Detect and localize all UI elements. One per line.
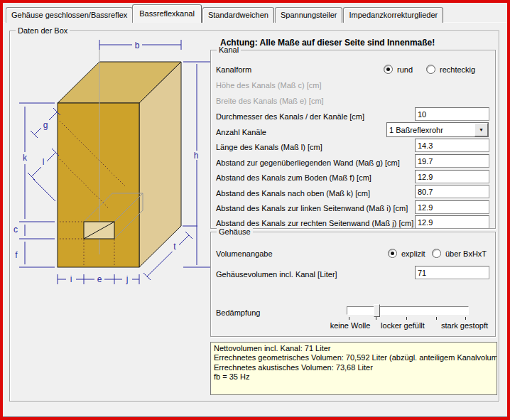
ergebnis-memo: Nettovolumen incl. Kanal: 71 Liter Errec… [210, 342, 497, 395]
slider-tick [465, 317, 466, 320]
box-diagram: b h g k l c f i e j t [3, 3, 223, 307]
kanal-group: Kanal Kanalform rund rechteckig Höhe des… [210, 50, 496, 229]
slider-label-keine-wolle: keine Wolle [330, 321, 371, 330]
abstand-j-input[interactable] [415, 215, 489, 229]
tab-standardweichen[interactable]: Standardweichen [202, 7, 274, 23]
slider-label-stark-gestopft: stark gestopft [441, 321, 488, 330]
dropdown-arrow-icon[interactable]: ▼ [474, 123, 488, 136]
dim-label-l: l [43, 157, 45, 167]
anzahl-kanaele-select[interactable]: 1 Baßreflexrohr ▼ [386, 122, 489, 137]
tab-gehaeuse-geschlossen-bassreflex[interactable]: Gehäuse geschlossen/Bassreflex [6, 7, 133, 23]
slider-tick [349, 317, 349, 320]
volumen-bxhxt-radio[interactable] [432, 249, 441, 258]
kanalform-rechteckig-label[interactable]: rechteckig [440, 65, 475, 75]
volumen-bxhxt-label[interactable]: über BxHxT [445, 249, 487, 259]
kanalform-rund-radio[interactable] [384, 65, 393, 74]
abstand-f-label: Abstand des Kanals zum Boden (Maß f) [cm… [216, 173, 371, 183]
dim-label-h: h [194, 151, 199, 161]
gehaeuse-group: Gehäuse Volumenangabe explizit über BxHx… [210, 232, 496, 337]
innenmasse-warning: Achtung: Alle Maße auf dieser Seite sind… [220, 38, 435, 48]
abstand-g-input[interactable] [415, 154, 489, 168]
slider-tick [436, 317, 437, 320]
slider-label-locker-gefuellt: locker gefüllt [381, 321, 425, 330]
dim-label-j: j [126, 274, 129, 284]
volumen-explizit-radio[interactable] [388, 249, 397, 258]
ergebnis-fb: fb = 35 Hz [214, 372, 494, 382]
tab-impedanzkorrekturglieder[interactable]: Impedanzkorrekturglieder [343, 7, 443, 23]
gehaeusevolumen-input[interactable] [415, 266, 489, 279]
dim-label-b: b [135, 41, 140, 50]
dim-label-c: c [13, 225, 18, 235]
anzahl-kanaele-label: Anzahl Kanäle [216, 127, 266, 137]
gehaeuse-group-title: Gehäuse [217, 227, 253, 236]
dim-label-e: e [97, 274, 102, 284]
durchmesser-label: Durchmesser des Kanals / der Kanäle [cm] [216, 112, 364, 122]
gehaeusevolumen-label: Gehäusevolumen incl. Kanal [Liter] [216, 269, 337, 279]
breite-label: Breite des Kanals (Maß e) [cm] [216, 96, 324, 106]
app-window: Gehäuse geschlossen/Bassreflex Bassrefle… [0, 0, 510, 420]
tab-bar: Gehäuse geschlossen/Bassreflex Bassrefle… [6, 4, 444, 23]
abstand-g-label: Abstand zur gegenüberliegenden Wand (Maß… [216, 158, 400, 168]
volumen-explizit-label[interactable]: explizit [401, 249, 425, 259]
volumenangabe-label: Volumenangabe [216, 249, 273, 259]
dim-label-i: i [70, 274, 72, 284]
durchmesser-input[interactable] [415, 107, 489, 121]
hoehe-label: Höhe des Kanals (Maß c) [cm] [216, 80, 322, 90]
bedaempfung-slider-track[interactable] [347, 306, 469, 315]
slider-tick [406, 317, 407, 320]
box-front-face [58, 103, 139, 267]
ergebnis-geometrisches-volumen: Errechnetes geometrisches Volumen: 70,59… [214, 353, 494, 362]
abstand-i-input[interactable] [415, 200, 489, 214]
ergebnis-akustisches-volumen: Errechnetes akustisches Volumen: 73,68 L… [214, 363, 494, 372]
dim-label-g: g [43, 120, 48, 130]
kanal-group-title: Kanal [217, 45, 241, 54]
slider-tick [376, 317, 376, 320]
ergebnis-nettovolumen: Nettovolumen incl. Kanal: 71 Liter [214, 344, 494, 353]
dim-label-k: k [23, 153, 28, 163]
kanalform-rechteckig-radio[interactable] [426, 65, 435, 74]
bedaempfung-label: Bedämpfung [216, 308, 260, 318]
kanalform-label: Kanalform [216, 65, 251, 75]
abstand-k-label: Abstand des Kanals nach oben (Maß k) [cm… [216, 188, 370, 198]
laenge-label: Länge des Kanals (Maß l) [cm] [216, 142, 322, 152]
kanalform-rund-label[interactable]: rund [397, 65, 413, 75]
anzahl-kanaele-value: 1 Baßreflexrohr [387, 126, 474, 134]
dim-label-f: f [15, 250, 18, 260]
tab-spannungsteiler[interactable]: Spannungsteiler [275, 7, 343, 23]
abstand-i-label: Abstand des Kanals zur linken Seitenwand… [216, 203, 408, 213]
abstand-j-label: Abstand des Kanals zur rechten Seitenwan… [216, 218, 413, 228]
abstand-f-input[interactable] [415, 170, 489, 183]
laenge-input[interactable] [415, 139, 489, 152]
bedaempfung-slider-thumb[interactable] [374, 304, 380, 317]
tab-bassreflexkanal[interactable]: Bassreflexkanal [132, 4, 202, 23]
abstand-k-input[interactable] [415, 185, 489, 198]
